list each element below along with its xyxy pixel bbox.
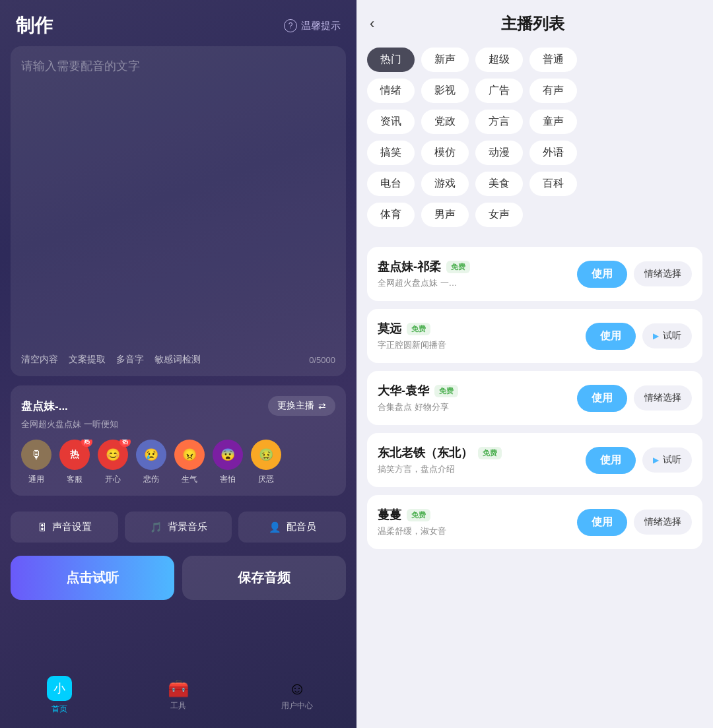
emotion-select-btn-dahua[interactable]: 情绪选择 xyxy=(634,385,692,411)
right-panel: ‹ 主播列表 热门 新声 超级 普通 情绪 影视 广告 有声 资讯 党政 方言 … xyxy=(356,0,713,728)
category-mimic[interactable]: 模仿 xyxy=(421,141,469,165)
left-header: 制作 ? 温馨提示 xyxy=(0,0,356,46)
category-emotion[interactable]: 情绪 xyxy=(367,79,415,103)
emotion-sad[interactable]: 😢 悲伤 xyxy=(136,440,166,485)
anchor-actions-moyuan: 使用 ▶ 试听 xyxy=(586,323,692,350)
voice-card-header: 盘点妹-... 更换主播 ⇄ xyxy=(21,396,335,416)
category-wiki[interactable]: 百科 xyxy=(529,172,577,196)
category-row-4: 搞笑 模仿 动漫 外语 xyxy=(367,141,702,165)
category-child[interactable]: 童声 xyxy=(529,110,577,134)
sound-settings-icon: 🎛 xyxy=(37,521,47,533)
emotion-fear[interactable]: 😨 害怕 xyxy=(213,440,243,485)
anchor-desc-pandianmei: 全网超火盘点妹 一… xyxy=(378,277,569,289)
voice-desc: 全网超火盘点妹 一听便知 xyxy=(21,418,335,430)
dubber-btn[interactable]: 👤 配音员 xyxy=(238,512,346,543)
emotion-select-btn-pandianmei[interactable]: 情绪选择 xyxy=(634,261,692,286)
category-female[interactable]: 女声 xyxy=(475,203,523,227)
bg-music-btn[interactable]: 🎵 背景音乐 xyxy=(125,512,232,543)
use-btn-dongbei[interactable]: 使用 xyxy=(586,447,636,474)
category-audio[interactable]: 有声 xyxy=(529,79,577,103)
category-politics[interactable]: 党政 xyxy=(421,110,469,134)
emotion-icon-fear: 😨 xyxy=(213,440,243,470)
anchor-desc-manman: 温柔舒缓，淑女音 xyxy=(378,525,569,537)
category-new[interactable]: 新声 xyxy=(421,48,469,72)
anchor-card-dahua: 大华-袁华 免费 合集盘点 好物分享 使用 情绪选择 xyxy=(367,371,702,425)
emotion-general[interactable]: 🎙 通用 xyxy=(21,440,51,485)
emotion-angry[interactable]: 😠 生气 xyxy=(174,440,205,485)
emotion-label-disgust: 厌恶 xyxy=(258,474,274,485)
warm-tip-btn[interactable]: ? 温馨提示 xyxy=(284,19,341,32)
sensitive-btn[interactable]: 敏感词检测 xyxy=(154,354,201,366)
change-voice-label: 更换主播 xyxy=(277,400,314,412)
bg-music-label: 背景音乐 xyxy=(168,521,207,533)
category-game[interactable]: 游戏 xyxy=(421,172,469,196)
nav-item-home[interactable]: 小 首页 xyxy=(0,676,119,715)
anchor-desc-moyuan: 字正腔圆新闻播音 xyxy=(378,339,578,351)
category-funny[interactable]: 搞笑 xyxy=(367,141,415,165)
category-row-3: 资讯 党政 方言 童声 xyxy=(367,110,702,134)
left-title: 制作 xyxy=(16,13,53,38)
use-btn-pandianmei[interactable]: 使用 xyxy=(577,261,627,288)
anchor-info-dongbei: 东北老铁（东北） 免费 搞笑方言，盘点介绍 xyxy=(378,445,578,475)
category-normal[interactable]: 普通 xyxy=(529,48,577,72)
category-ad[interactable]: 广告 xyxy=(475,79,523,103)
category-news[interactable]: 资讯 xyxy=(367,110,415,134)
category-foreign[interactable]: 外语 xyxy=(529,141,577,165)
listen-btn[interactable]: 点击试听 xyxy=(11,556,174,600)
use-btn-manman[interactable]: 使用 xyxy=(577,509,627,536)
category-hot[interactable]: 热门 xyxy=(367,48,415,72)
voice-card: 盘点妹-... 更换主播 ⇄ 全网超火盘点妹 一听便知 🎙 通用 热 热 客服 xyxy=(11,385,346,496)
right-header: ‹ 主播列表 xyxy=(356,0,713,42)
anchor-actions-manman: 使用 情绪选择 xyxy=(577,509,692,536)
text-input[interactable] xyxy=(21,57,335,347)
text-input-area: 清空内容 文案提取 多音字 敏感词检测 0/5000 xyxy=(11,46,346,376)
category-male[interactable]: 男声 xyxy=(421,203,469,227)
category-anime[interactable]: 动漫 xyxy=(475,141,523,165)
nav-label-profile: 用户中心 xyxy=(281,700,313,711)
nav-item-profile[interactable]: ☺ 用户中心 xyxy=(238,679,356,711)
save-btn[interactable]: 保存音频 xyxy=(182,556,346,600)
category-section: 热门 新声 超级 普通 情绪 影视 广告 有声 资讯 党政 方言 童声 搞笑 模… xyxy=(356,42,713,242)
anchor-desc-dongbei: 搞笑方言，盘点介绍 xyxy=(378,463,578,475)
emotion-icon-sad: 😢 xyxy=(136,440,166,470)
anchor-name-dongbei: 东北老铁（东北） xyxy=(378,445,473,461)
nav-label-tools: 工具 xyxy=(170,700,186,711)
sound-settings-btn[interactable]: 🎛 声音设置 xyxy=(11,512,118,543)
anchor-card-dongbei: 东北老铁（东北） 免费 搞笑方言，盘点介绍 使用 ▶ 试听 xyxy=(367,433,702,487)
free-badge-pandianmei: 免费 xyxy=(446,261,470,273)
category-radio[interactable]: 电台 xyxy=(367,172,415,196)
emotion-happy[interactable]: 😊 热 开心 xyxy=(98,440,128,485)
extract-btn[interactable]: 文案提取 xyxy=(69,354,106,366)
category-dialect[interactable]: 方言 xyxy=(475,110,523,134)
textarea-actions: 清空内容 文案提取 多音字 敏感词检测 xyxy=(21,354,201,366)
free-badge-dahua: 免费 xyxy=(434,385,458,397)
category-film[interactable]: 影视 xyxy=(421,79,469,103)
emotion-select-btn-manman[interactable]: 情绪选择 xyxy=(634,510,692,535)
listen-btn-moyuan[interactable]: ▶ 试听 xyxy=(642,323,692,348)
change-voice-btn[interactable]: 更换主播 ⇄ xyxy=(268,396,335,416)
anchor-name-row-moyuan: 莫远 免费 xyxy=(378,321,578,337)
back-btn[interactable]: ‹ xyxy=(370,17,374,31)
emotion-customer[interactable]: 热 热 客服 xyxy=(59,440,90,485)
listen-btn-dongbei[interactable]: ▶ 试听 xyxy=(642,447,692,473)
use-btn-dahua[interactable]: 使用 xyxy=(577,385,627,412)
anchor-name-row-dongbei: 东北老铁（东北） 免费 xyxy=(378,445,578,461)
anchor-name-dahua: 大华-袁华 xyxy=(378,383,429,399)
emotion-disgust[interactable]: 🤢 厌恶 xyxy=(251,440,281,485)
action-buttons: 点击试听 保存音频 xyxy=(11,556,346,600)
textarea-bottom-bar: 清空内容 文案提取 多音字 敏感词检测 0/5000 xyxy=(21,354,335,366)
polyphone-btn[interactable]: 多音字 xyxy=(116,354,144,366)
use-btn-moyuan[interactable]: 使用 xyxy=(586,323,636,350)
category-sports[interactable]: 体育 xyxy=(367,203,415,227)
help-icon: ? xyxy=(284,19,297,32)
emotion-label-happy: 开心 xyxy=(105,474,121,485)
category-food[interactable]: 美食 xyxy=(475,172,523,196)
bottom-controls: 🎛 声音设置 🎵 背景音乐 👤 配音员 xyxy=(11,512,346,543)
clear-btn[interactable]: 清空内容 xyxy=(21,354,58,366)
category-super[interactable]: 超级 xyxy=(475,48,523,72)
anchor-name-moyuan: 莫远 xyxy=(378,321,401,337)
emotion-icon-disgust: 🤢 xyxy=(251,440,281,470)
dubber-icon: 👤 xyxy=(269,521,281,533)
anchor-card-manman: 蔓蔓 免费 温柔舒缓，淑女音 使用 情绪选择 xyxy=(367,495,702,549)
nav-item-tools[interactable]: 🧰 工具 xyxy=(119,679,238,711)
